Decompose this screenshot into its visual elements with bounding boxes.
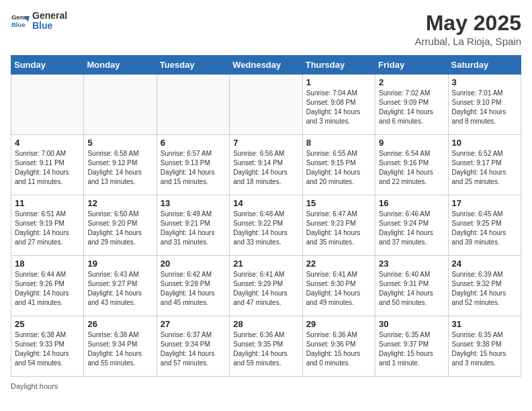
day-info: Sunrise: 6:36 AM Sunset: 9:36 PM Dayligh… xyxy=(306,330,371,368)
calendar-cell xyxy=(11,75,84,135)
day-number: 19 xyxy=(87,259,152,269)
calendar-cell: 30Sunrise: 6:35 AM Sunset: 9:37 PM Dayli… xyxy=(375,316,448,377)
day-number: 3 xyxy=(452,77,517,87)
day-info: Sunrise: 6:40 AM Sunset: 9:31 PM Dayligh… xyxy=(379,270,444,308)
day-info: Sunrise: 7:00 AM Sunset: 9:11 PM Dayligh… xyxy=(15,149,80,187)
calendar-cell: 17Sunrise: 6:45 AM Sunset: 9:25 PM Dayli… xyxy=(448,195,521,256)
calendar-cell: 8Sunrise: 6:55 AM Sunset: 9:15 PM Daylig… xyxy=(302,135,375,195)
day-info: Sunrise: 6:41 AM Sunset: 9:29 PM Dayligh… xyxy=(233,270,298,308)
day-number: 14 xyxy=(233,198,298,208)
calendar-cell: 12Sunrise: 6:50 AM Sunset: 9:20 PM Dayli… xyxy=(84,195,157,256)
footer: Daylight hours xyxy=(11,382,521,390)
day-info: Sunrise: 6:38 AM Sunset: 9:33 PM Dayligh… xyxy=(15,330,80,368)
day-number: 28 xyxy=(233,319,298,329)
day-number: 27 xyxy=(161,319,226,329)
calendar-week-row: 11Sunrise: 6:51 AM Sunset: 9:19 PM Dayli… xyxy=(11,195,521,256)
day-info: Sunrise: 6:41 AM Sunset: 9:30 PM Dayligh… xyxy=(306,270,371,308)
day-number: 20 xyxy=(161,259,226,269)
day-header: Friday xyxy=(375,56,448,75)
logo: General Blue General Blue xyxy=(11,11,67,32)
calendar-cell: 24Sunrise: 6:39 AM Sunset: 9:32 PM Dayli… xyxy=(448,256,521,316)
month-year: May 2025 xyxy=(415,11,521,36)
day-number: 1 xyxy=(306,77,371,87)
calendar-cell xyxy=(84,75,157,135)
day-number: 2 xyxy=(379,77,444,87)
day-number: 5 xyxy=(87,138,152,148)
day-info: Sunrise: 6:50 AM Sunset: 9:20 PM Dayligh… xyxy=(87,210,152,247)
calendar-cell: 6Sunrise: 6:57 AM Sunset: 9:13 PM Daylig… xyxy=(157,135,229,195)
location: Arrubal, La Rioja, Spain xyxy=(415,36,521,47)
calendar-cell: 31Sunrise: 6:35 AM Sunset: 9:38 PM Dayli… xyxy=(448,316,521,377)
calendar-week-row: 4Sunrise: 7:00 AM Sunset: 9:11 PM Daylig… xyxy=(11,135,521,195)
title-block: May 2025 Arrubal, La Rioja, Spain xyxy=(415,11,521,47)
calendar-week-row: 1Sunrise: 7:04 AM Sunset: 9:08 PM Daylig… xyxy=(11,75,521,135)
day-info: Sunrise: 6:36 AM Sunset: 9:35 PM Dayligh… xyxy=(233,330,298,368)
day-info: Sunrise: 7:01 AM Sunset: 9:10 PM Dayligh… xyxy=(452,89,517,126)
day-number: 10 xyxy=(452,138,517,148)
calendar-cell xyxy=(230,75,302,135)
day-info: Sunrise: 6:35 AM Sunset: 9:38 PM Dayligh… xyxy=(452,330,517,368)
day-header: Wednesday xyxy=(230,56,302,75)
calendar-cell: 9Sunrise: 6:54 AM Sunset: 9:16 PM Daylig… xyxy=(375,135,448,195)
day-number: 17 xyxy=(452,198,517,208)
day-info: Sunrise: 6:43 AM Sunset: 9:27 PM Dayligh… xyxy=(87,270,152,308)
day-number: 23 xyxy=(379,259,444,269)
day-number: 11 xyxy=(15,198,80,208)
calendar-cell: 27Sunrise: 6:37 AM Sunset: 9:34 PM Dayli… xyxy=(157,316,229,377)
day-header: Sunday xyxy=(11,56,84,75)
calendar-cell: 18Sunrise: 6:44 AM Sunset: 9:26 PM Dayli… xyxy=(11,256,84,316)
day-number: 4 xyxy=(15,138,80,148)
day-info: Sunrise: 6:37 AM Sunset: 9:34 PM Dayligh… xyxy=(161,330,226,368)
calendar-cell: 2Sunrise: 7:02 AM Sunset: 9:09 PM Daylig… xyxy=(375,75,448,135)
calendar-cell: 22Sunrise: 6:41 AM Sunset: 9:30 PM Dayli… xyxy=(302,256,375,316)
calendar-cell: 20Sunrise: 6:42 AM Sunset: 9:28 PM Dayli… xyxy=(157,256,229,316)
calendar-cell: 19Sunrise: 6:43 AM Sunset: 9:27 PM Dayli… xyxy=(84,256,157,316)
calendar-cell: 26Sunrise: 6:38 AM Sunset: 9:34 PM Dayli… xyxy=(84,316,157,377)
day-number: 16 xyxy=(379,198,444,208)
logo-icon: General Blue xyxy=(11,11,30,30)
calendar-cell: 16Sunrise: 6:46 AM Sunset: 9:24 PM Dayli… xyxy=(375,195,448,256)
day-header: Tuesday xyxy=(157,56,229,75)
day-info: Sunrise: 6:52 AM Sunset: 9:17 PM Dayligh… xyxy=(452,149,517,187)
day-info: Sunrise: 7:04 AM Sunset: 9:08 PM Dayligh… xyxy=(306,89,371,126)
calendar-cell: 11Sunrise: 6:51 AM Sunset: 9:19 PM Dayli… xyxy=(11,195,84,256)
day-number: 24 xyxy=(452,259,517,269)
calendar-cell xyxy=(157,75,229,135)
day-number: 15 xyxy=(306,198,371,208)
day-number: 31 xyxy=(452,319,517,329)
calendar-cell: 29Sunrise: 6:36 AM Sunset: 9:36 PM Dayli… xyxy=(302,316,375,377)
day-info: Sunrise: 6:54 AM Sunset: 9:16 PM Dayligh… xyxy=(379,149,444,187)
calendar-cell: 4Sunrise: 7:00 AM Sunset: 9:11 PM Daylig… xyxy=(11,135,84,195)
day-header: Saturday xyxy=(448,56,521,75)
day-number: 25 xyxy=(15,319,80,329)
day-info: Sunrise: 6:56 AM Sunset: 9:14 PM Dayligh… xyxy=(233,149,298,187)
day-info: Sunrise: 6:39 AM Sunset: 9:32 PM Dayligh… xyxy=(452,270,517,308)
day-number: 9 xyxy=(379,138,444,148)
logo-general: General xyxy=(32,11,67,21)
calendar-cell: 14Sunrise: 6:48 AM Sunset: 9:22 PM Dayli… xyxy=(230,195,302,256)
day-info: Sunrise: 6:47 AM Sunset: 9:23 PM Dayligh… xyxy=(306,210,371,247)
calendar-cell: 1Sunrise: 7:04 AM Sunset: 9:08 PM Daylig… xyxy=(302,75,375,135)
day-info: Sunrise: 6:51 AM Sunset: 9:19 PM Dayligh… xyxy=(15,210,80,247)
day-info: Sunrise: 6:35 AM Sunset: 9:37 PM Dayligh… xyxy=(379,330,444,368)
calendar-cell: 15Sunrise: 6:47 AM Sunset: 9:23 PM Dayli… xyxy=(302,195,375,256)
calendar-cell: 21Sunrise: 6:41 AM Sunset: 9:29 PM Dayli… xyxy=(230,256,302,316)
calendar-week-row: 25Sunrise: 6:38 AM Sunset: 9:33 PM Dayli… xyxy=(11,316,521,377)
day-info: Sunrise: 6:44 AM Sunset: 9:26 PM Dayligh… xyxy=(15,270,80,308)
calendar-cell: 5Sunrise: 6:58 AM Sunset: 9:12 PM Daylig… xyxy=(84,135,157,195)
day-info: Sunrise: 6:58 AM Sunset: 9:12 PM Dayligh… xyxy=(87,149,152,187)
logo-blue: Blue xyxy=(32,21,67,31)
day-info: Sunrise: 6:42 AM Sunset: 9:28 PM Dayligh… xyxy=(161,270,226,308)
day-number: 12 xyxy=(87,198,152,208)
day-info: Sunrise: 6:48 AM Sunset: 9:22 PM Dayligh… xyxy=(233,210,298,247)
day-number: 21 xyxy=(233,259,298,269)
calendar-cell: 13Sunrise: 6:49 AM Sunset: 9:21 PM Dayli… xyxy=(157,195,229,256)
day-number: 29 xyxy=(306,319,371,329)
day-info: Sunrise: 6:49 AM Sunset: 9:21 PM Dayligh… xyxy=(161,210,226,247)
day-info: Sunrise: 6:55 AM Sunset: 9:15 PM Dayligh… xyxy=(306,149,371,187)
day-info: Sunrise: 6:57 AM Sunset: 9:13 PM Dayligh… xyxy=(161,149,226,187)
day-number: 8 xyxy=(306,138,371,148)
day-number: 26 xyxy=(87,319,152,329)
page-header: General Blue General Blue May 2025 Arrub… xyxy=(11,11,521,47)
calendar-cell: 23Sunrise: 6:40 AM Sunset: 9:31 PM Dayli… xyxy=(375,256,448,316)
